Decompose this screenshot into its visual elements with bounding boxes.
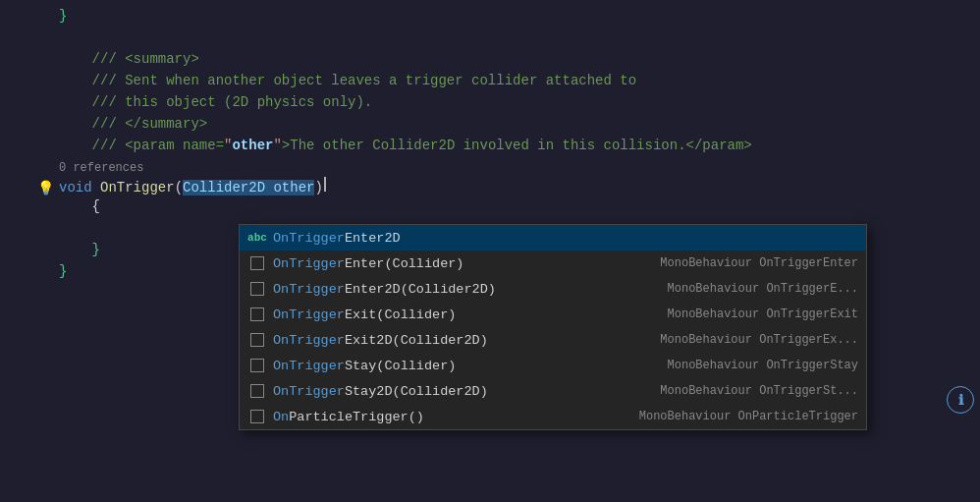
autocomplete-item-name: OnTriggerExit2D(Collider2D) xyxy=(273,333,648,348)
abc-icon: abc xyxy=(247,228,267,248)
autocomplete-item-detail: MonoBehaviour OnTriggerEx... xyxy=(660,333,858,347)
autocomplete-item-name: OnTriggerExit(Collider) xyxy=(273,307,656,322)
autocomplete-item-detail: MonoBehaviour OnTriggerE... xyxy=(668,282,858,296)
square-icon xyxy=(247,279,267,299)
square-icon xyxy=(247,381,267,401)
info-button[interactable]: ℹ xyxy=(947,386,974,414)
autocomplete-item-name: OnTriggerEnter2D(Collider2D) xyxy=(273,282,656,297)
code-line: /// Sent when another object leaves a tr… xyxy=(0,73,980,94)
autocomplete-item-detail: MonoBehaviour OnTriggerStay xyxy=(668,359,858,372)
code-line: /// this object (2D physics only). xyxy=(0,94,980,116)
square-icon xyxy=(247,407,267,426)
autocomplete-dropdown: abc OnTriggerEnter2D OnTriggerEnter(Coll… xyxy=(239,224,867,430)
code-editor: } /// <summary> /// Sent when another ob… xyxy=(0,0,980,502)
autocomplete-item-detail: MonoBehaviour OnParticleTrigger xyxy=(639,410,858,423)
references-line: 0 references xyxy=(0,159,980,177)
autocomplete-item-name: OnTriggerStay2D(Collider2D) xyxy=(273,384,648,399)
autocomplete-item-detail: MonoBehaviour OnTriggerExit xyxy=(668,307,858,321)
square-icon xyxy=(247,305,267,324)
code-line xyxy=(0,29,980,51)
code-line: /// <param name="other">The other Collid… xyxy=(0,138,980,159)
text-cursor xyxy=(324,177,326,192)
square-icon xyxy=(247,253,267,273)
autocomplete-item-detail: MonoBehaviour OnTriggerSt... xyxy=(660,384,858,398)
code-line: } xyxy=(0,8,980,29)
code-line: /// <summary> xyxy=(0,51,980,73)
autocomplete-item[interactable]: OnTriggerStay(Collider) MonoBehaviour On… xyxy=(240,353,866,378)
autocomplete-item[interactable]: OnTriggerEnter(Collider) MonoBehaviour O… xyxy=(240,251,866,276)
autocomplete-item-name: OnParticleTrigger() xyxy=(273,410,627,424)
code-line: /// </summary> xyxy=(0,116,980,138)
autocomplete-item[interactable]: OnTriggerEnter2D(Collider2D) MonoBehavio… xyxy=(240,276,866,302)
square-icon xyxy=(247,330,267,350)
autocomplete-item-name: OnTriggerEnter2D xyxy=(273,231,858,246)
lightbulb-icon[interactable]: 💡 xyxy=(37,180,54,196)
autocomplete-item-name: OnTriggerEnter(Collider) xyxy=(273,256,648,271)
autocomplete-item-name: OnTriggerStay(Collider) xyxy=(273,359,656,373)
method-signature-line: 💡 void OnTrigger(Collider2D other) xyxy=(0,177,980,198)
autocomplete-item[interactable]: OnTriggerExit2D(Collider2D) MonoBehaviou… xyxy=(240,327,866,353)
autocomplete-item[interactable]: OnTriggerStay2D(Collider2D) MonoBehaviou… xyxy=(240,378,866,404)
autocomplete-item[interactable]: OnParticleTrigger() MonoBehaviour OnPart… xyxy=(240,404,866,429)
code-line: { xyxy=(0,198,980,220)
autocomplete-item-detail: MonoBehaviour OnTriggerEnter xyxy=(660,256,858,270)
autocomplete-item[interactable]: abc OnTriggerEnter2D xyxy=(240,225,866,251)
autocomplete-item[interactable]: OnTriggerExit(Collider) MonoBehaviour On… xyxy=(240,302,866,327)
square-icon xyxy=(247,356,267,375)
